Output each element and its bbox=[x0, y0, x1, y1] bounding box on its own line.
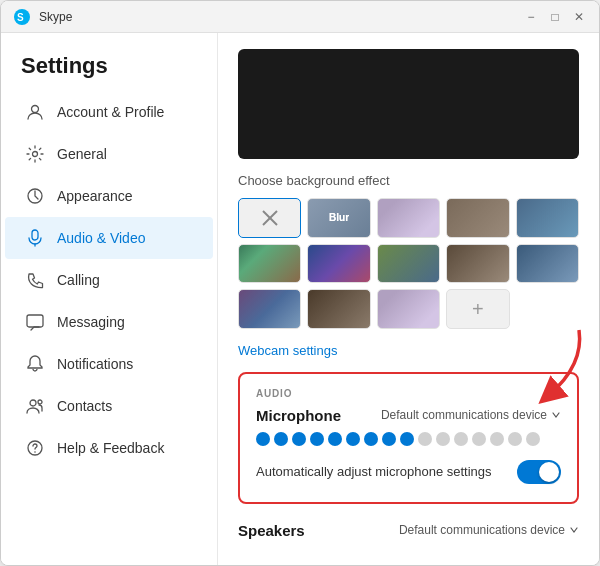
sidebar-label-account: Account & Profile bbox=[57, 104, 164, 120]
bg-thumb-add[interactable]: + bbox=[446, 289, 509, 329]
auto-adjust-toggle[interactable] bbox=[517, 460, 561, 484]
sidebar-item-calling[interactable]: Calling bbox=[5, 259, 213, 301]
sidebar-label-appearance: Appearance bbox=[57, 188, 133, 204]
webcam-settings-link[interactable]: Webcam settings bbox=[238, 343, 337, 358]
speakers-row: Speakers Default communications device bbox=[238, 518, 579, 543]
bg-thumb-blur[interactable]: Blur bbox=[307, 198, 370, 238]
svg-rect-5 bbox=[32, 230, 38, 240]
close-button[interactable]: ✕ bbox=[571, 9, 587, 25]
titlebar: S Skype − □ ✕ bbox=[1, 1, 599, 33]
sidebar-title: Settings bbox=[1, 33, 217, 91]
sidebar-item-audio-video[interactable]: Audio & Video bbox=[5, 217, 213, 259]
svg-point-8 bbox=[30, 400, 36, 406]
level-dot-6 bbox=[346, 432, 360, 446]
microphone-device-name: Default communications device bbox=[381, 408, 547, 422]
speakers-device-name: Default communications device bbox=[399, 523, 565, 537]
level-dot-8 bbox=[382, 432, 396, 446]
bg-effect-label: Choose background effect bbox=[238, 173, 579, 188]
sidebar: Settings Account & Profile General Appea… bbox=[1, 33, 218, 565]
titlebar-left: S Skype bbox=[13, 8, 72, 26]
level-dot-2 bbox=[274, 432, 288, 446]
titlebar-controls: − □ ✕ bbox=[523, 9, 587, 25]
level-dot-14 bbox=[490, 432, 504, 446]
bg-thumb-8[interactable] bbox=[516, 244, 579, 284]
bg-thumb-3[interactable] bbox=[516, 198, 579, 238]
level-dot-15 bbox=[508, 432, 522, 446]
audio-section: AUDIO Microphone Default communications … bbox=[238, 372, 579, 504]
sidebar-label-notifications: Notifications bbox=[57, 356, 133, 372]
bg-thumb-10[interactable] bbox=[307, 289, 370, 329]
level-dot-7 bbox=[364, 432, 378, 446]
svg-point-11 bbox=[34, 451, 36, 453]
sidebar-label-calling: Calling bbox=[57, 272, 100, 288]
sidebar-label-help: Help & Feedback bbox=[57, 440, 164, 456]
svg-point-3 bbox=[33, 152, 38, 157]
microphone-label: Microphone bbox=[256, 407, 341, 424]
bg-effects-grid: Blur + bbox=[238, 198, 579, 329]
app-window: S Skype − □ ✕ Settings Account & Profile bbox=[0, 0, 600, 566]
bell-icon bbox=[25, 354, 45, 374]
level-dot-9 bbox=[400, 432, 414, 446]
level-dot-10 bbox=[418, 432, 432, 446]
sidebar-item-account[interactable]: Account & Profile bbox=[5, 91, 213, 133]
speakers-label: Speakers bbox=[238, 522, 305, 539]
level-dot-16 bbox=[526, 432, 540, 446]
mic-icon bbox=[25, 228, 45, 248]
level-dot-3 bbox=[292, 432, 306, 446]
bg-thumb-6[interactable] bbox=[377, 244, 440, 284]
bg-thumb-1[interactable] bbox=[377, 198, 440, 238]
bg-thumb-11[interactable] bbox=[377, 289, 440, 329]
bg-thumb-7[interactable] bbox=[446, 244, 509, 284]
sidebar-item-appearance[interactable]: Appearance bbox=[5, 175, 213, 217]
bg-thumb-2[interactable] bbox=[446, 198, 509, 238]
microphone-device[interactable]: Default communications device bbox=[381, 408, 561, 422]
phone-icon bbox=[25, 270, 45, 290]
auto-adjust-label: Automatically adjust microphone settings bbox=[256, 464, 492, 479]
sidebar-item-contacts[interactable]: Contacts bbox=[5, 385, 213, 427]
video-preview bbox=[238, 49, 579, 159]
main-content: Settings Account & Profile General Appea… bbox=[1, 33, 599, 565]
sidebar-label-audio-video: Audio & Video bbox=[57, 230, 145, 246]
contacts-icon bbox=[25, 396, 45, 416]
minimize-button[interactable]: − bbox=[523, 9, 539, 25]
svg-rect-7 bbox=[27, 315, 43, 327]
audio-section-label: AUDIO bbox=[256, 388, 561, 399]
titlebar-title: Skype bbox=[39, 10, 72, 24]
level-dot-12 bbox=[454, 432, 468, 446]
auto-adjust-row: Automatically adjust microphone settings bbox=[256, 456, 561, 488]
speakers-device[interactable]: Default communications device bbox=[399, 523, 579, 537]
help-icon bbox=[25, 438, 45, 458]
sidebar-item-messaging[interactable]: Messaging bbox=[5, 301, 213, 343]
svg-point-2 bbox=[32, 106, 39, 113]
bg-thumb-none[interactable] bbox=[238, 198, 301, 238]
svg-point-9 bbox=[38, 400, 42, 404]
bg-thumb-9[interactable] bbox=[238, 289, 301, 329]
sidebar-label-general: General bbox=[57, 146, 107, 162]
sidebar-item-notifications[interactable]: Notifications bbox=[5, 343, 213, 385]
maximize-button[interactable]: □ bbox=[547, 9, 563, 25]
right-panel: Choose background effect Blur bbox=[218, 33, 599, 565]
microphone-row: Microphone Default communications device bbox=[256, 407, 561, 424]
sidebar-item-help[interactable]: Help & Feedback bbox=[5, 427, 213, 469]
level-dot-5 bbox=[328, 432, 342, 446]
sidebar-item-general[interactable]: General bbox=[5, 133, 213, 175]
bg-thumb-5[interactable] bbox=[307, 244, 370, 284]
sidebar-label-messaging: Messaging bbox=[57, 314, 125, 330]
appearance-icon bbox=[25, 186, 45, 206]
level-dot-1 bbox=[256, 432, 270, 446]
person-icon bbox=[25, 102, 45, 122]
level-dot-4 bbox=[310, 432, 324, 446]
skype-logo-icon: S bbox=[13, 8, 31, 26]
svg-text:S: S bbox=[17, 12, 24, 23]
microphone-level-bar bbox=[256, 432, 561, 446]
sidebar-label-contacts: Contacts bbox=[57, 398, 112, 414]
gear-icon bbox=[25, 144, 45, 164]
level-dot-13 bbox=[472, 432, 486, 446]
bg-thumb-4[interactable] bbox=[238, 244, 301, 284]
chat-icon bbox=[25, 312, 45, 332]
level-dot-11 bbox=[436, 432, 450, 446]
